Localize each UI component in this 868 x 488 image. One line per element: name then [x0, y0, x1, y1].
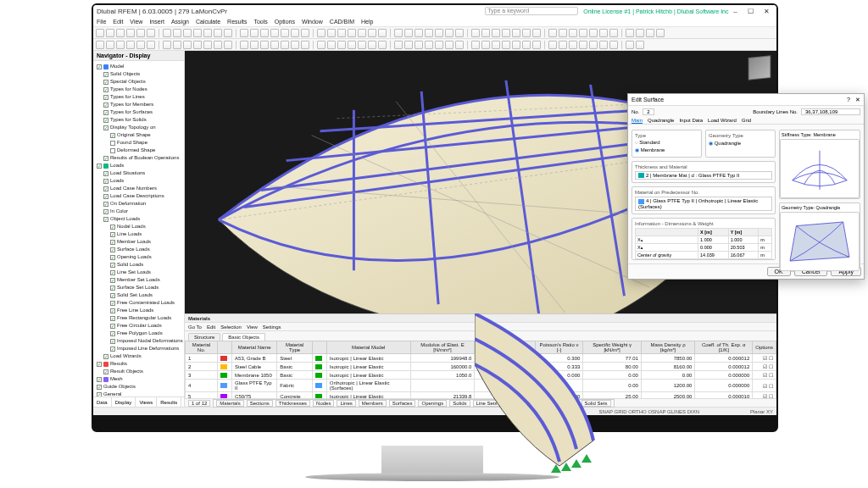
tree-item[interactable]: Line Set Loads [93, 269, 184, 276]
toolbar-icon[interactable] [378, 29, 387, 37]
checkbox-icon[interactable] [103, 87, 108, 92]
checkbox-icon[interactable] [110, 286, 115, 291]
toolbar-icon[interactable] [445, 41, 453, 49]
status-snap-modes[interactable]: SNAP GRID ORTHO OSNAP GLINES DIXN [599, 409, 699, 414]
dialog-thickness-row[interactable]: Thickness and Material 2 | Membrane Mat … [632, 161, 776, 183]
dlg-tab[interactable]: Grid [742, 118, 751, 124]
tree-item[interactable]: Load Wizards [93, 352, 184, 360]
materials-nav[interactable]: 1 of 12 [188, 400, 210, 407]
checkbox-icon[interactable] [97, 385, 102, 390]
tree-item[interactable]: Types for Solids [93, 116, 184, 124]
toolbar-icon[interactable] [163, 41, 171, 49]
toolbar-icon[interactable] [163, 29, 171, 37]
toolbar-icon[interactable] [126, 41, 135, 49]
toolbar-icon[interactable] [471, 29, 480, 37]
toolbar-icon[interactable] [327, 29, 336, 37]
toolbar-icon[interactable] [532, 41, 541, 49]
footer-tab[interactable]: Thicknesses [275, 400, 310, 407]
navigator-tree[interactable]: ModelSolid ObjectsSpecial ObjectsTypes f… [93, 61, 184, 396]
checkbox-icon[interactable] [110, 316, 115, 321]
tree-item[interactable]: Free Polygon Loads [93, 330, 184, 337]
checkbox-icon[interactable] [103, 118, 108, 123]
tree-item[interactable]: Solid Objects [93, 70, 184, 78]
tree-item[interactable]: Guide Objects [93, 383, 184, 391]
menu-help[interactable]: Help [361, 19, 373, 25]
toolbar-icon[interactable] [394, 41, 403, 49]
tree-item[interactable]: In Color [93, 208, 184, 215]
toolbar-icon[interactable] [203, 41, 212, 49]
toolbar-icon[interactable] [492, 29, 500, 37]
toolbar-icon[interactable] [522, 29, 531, 37]
footer-tab[interactable]: Openings [418, 400, 447, 407]
toolbar-icon[interactable] [368, 41, 376, 49]
toolbar-icon[interactable] [425, 41, 433, 49]
toolbar-icon[interactable] [116, 41, 125, 49]
toolbar-icon[interactable] [404, 29, 413, 37]
toolbar-icon[interactable] [173, 41, 181, 49]
tree-item[interactable]: General [93, 391, 184, 396]
toolbar-icon[interactable] [260, 41, 269, 49]
mat-toolbar-item[interactable]: Edit [207, 324, 215, 330]
tree-item[interactable]: Found Shape [93, 139, 184, 147]
checkbox-icon[interactable] [103, 103, 108, 108]
type-membrane-radio[interactable]: Membrane [635, 147, 665, 152]
checkbox-icon[interactable] [110, 255, 115, 260]
tree-item[interactable]: Results [93, 360, 184, 368]
toolbar-icon[interactable] [281, 41, 289, 49]
toolbar-icon[interactable] [147, 41, 155, 49]
menu-calculate[interactable]: Calculate [196, 19, 220, 25]
toolbar-icon[interactable] [569, 41, 577, 49]
toolbar-icon[interactable] [250, 29, 259, 37]
footer-tab[interactable]: Lines [337, 400, 355, 407]
toolbar-icon[interactable] [599, 41, 608, 49]
tree-item[interactable]: Result Objects [93, 368, 184, 375]
tree-item[interactable]: Line Loads [93, 230, 184, 238]
checkbox-icon[interactable] [103, 125, 108, 130]
checkbox-icon[interactable] [103, 179, 108, 184]
checkbox-icon[interactable] [110, 141, 115, 146]
toolbar-icon[interactable] [358, 29, 366, 37]
tree-item[interactable]: Nodal Loads [93, 223, 184, 230]
menu-assign[interactable]: Assign [171, 19, 189, 25]
toolbar-icon[interactable] [327, 41, 336, 49]
tree-item[interactable]: Solid Loads [93, 261, 184, 269]
tree-item[interactable]: Free Circular Loads [93, 322, 184, 330]
toolbar-icon[interactable] [512, 41, 520, 49]
toolbar-icon[interactable] [636, 29, 644, 37]
toolbar-icon[interactable] [270, 41, 279, 49]
dialog-close-icon[interactable]: ✕ [855, 97, 860, 103]
toolbar-icon[interactable] [609, 29, 618, 37]
tree-item[interactable]: Load Case Descriptions [93, 192, 184, 200]
toolbar-icon[interactable] [626, 29, 634, 37]
mat-tab[interactable]: Structure [188, 333, 220, 341]
geom-quadrangle-radio[interactable]: Quadrangle [709, 140, 741, 146]
footer-tab[interactable]: Solids [449, 400, 470, 407]
checkbox-icon[interactable] [110, 133, 115, 138]
checkbox-icon[interactable] [110, 339, 115, 344]
menu-tools[interactable]: Tools [253, 19, 267, 25]
checkbox-icon[interactable] [110, 308, 115, 313]
tree-item[interactable]: Free Concentrated Loads [93, 299, 184, 307]
nav-tab-views[interactable]: Views [136, 397, 157, 407]
footer-tab[interactable]: Surface Sets [542, 400, 578, 407]
tree-item[interactable]: Loads [93, 162, 184, 169]
toolbar-icon[interactable] [425, 29, 433, 37]
checkbox-icon[interactable] [110, 293, 115, 298]
toolbar-icon[interactable] [579, 29, 587, 37]
checkbox-icon[interactable] [103, 217, 108, 222]
toolbar-icon[interactable] [589, 29, 598, 37]
tree-item[interactable]: Solid Set Loads [93, 291, 184, 299]
toolbar-icon[interactable] [203, 29, 212, 37]
toolbar-icon[interactable] [270, 29, 279, 37]
toolbar-icon[interactable] [193, 41, 202, 49]
toolbar-icon[interactable] [502, 41, 510, 49]
checkbox-icon[interactable] [103, 209, 108, 214]
tree-item[interactable]: Object Loads [93, 215, 184, 223]
menu-cad/bim[interactable]: CAD/BIM [330, 19, 354, 25]
close-button[interactable]: ✕ [760, 8, 773, 15]
toolbar-icon[interactable] [599, 29, 608, 37]
menu-window[interactable]: Window [302, 19, 323, 25]
toolbar-icon[interactable] [548, 29, 557, 37]
checkbox-icon[interactable] [110, 263, 115, 268]
toolbar-icon[interactable] [435, 29, 443, 37]
